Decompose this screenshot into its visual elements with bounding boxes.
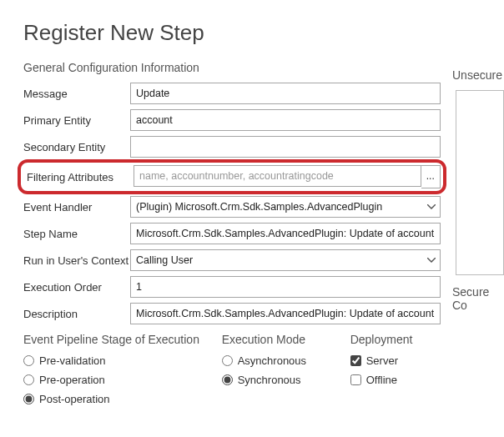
- radio-post-operation[interactable]: Post-operation: [23, 393, 200, 405]
- section-pipeline-stage: Event Pipeline Stage of Execution: [23, 333, 200, 346]
- checkbox-server[interactable]: Server: [350, 354, 441, 367]
- label-execution-order: Execution Order: [23, 278, 130, 297]
- label-message: Message: [23, 84, 130, 103]
- radio-pre-validation[interactable]: Pre-validation: [23, 354, 200, 367]
- radio-asynchronous[interactable]: Asynchronous: [222, 354, 329, 367]
- section-general-config: General Configuration Information: [23, 61, 494, 74]
- filtering-attributes-input[interactable]: [134, 165, 421, 187]
- label-filtering-attributes: Filtering Attributes: [23, 168, 134, 187]
- message-input[interactable]: [130, 83, 441, 104]
- label-step-name: Step Name: [23, 224, 130, 244]
- section-execution-mode: Execution Mode: [222, 333, 329, 346]
- label-secondary-entity: Secondary Entity: [23, 138, 130, 157]
- filtering-attributes-highlight: Filtering Attributes ...: [20, 162, 444, 192]
- label-primary-entity: Primary Entity: [23, 111, 130, 130]
- radio-post-operation-label: Post-operation: [39, 393, 110, 405]
- radio-synchronous-label: Synchronous: [238, 374, 301, 386]
- radio-pre-operation[interactable]: Pre-operation: [23, 374, 200, 386]
- event-handler-select[interactable]: [130, 196, 441, 218]
- execution-order-input[interactable]: [130, 276, 441, 298]
- radio-pre-operation-label: Pre-operation: [39, 374, 105, 386]
- radio-synchronous[interactable]: Synchronous: [222, 374, 329, 386]
- run-context-select[interactable]: [130, 249, 441, 271]
- checkbox-offline-label: Offline: [366, 374, 397, 386]
- page-title: Register New Step: [23, 20, 494, 46]
- unsecure-textarea[interactable]: [456, 90, 504, 275]
- secure-panel-label: Secure Co: [452, 285, 504, 312]
- checkbox-server-label: Server: [366, 354, 398, 367]
- filtering-attributes-browse-button[interactable]: ...: [421, 165, 441, 188]
- step-name-input[interactable]: [130, 223, 441, 244]
- label-event-handler: Event Handler: [23, 198, 130, 217]
- section-deployment: Deployment: [350, 333, 441, 346]
- label-description: Description: [23, 304, 130, 324]
- label-run-context: Run in User's Context: [23, 251, 130, 270]
- primary-entity-input[interactable]: [130, 109, 441, 131]
- unsecure-panel-label: Unsecure: [452, 68, 504, 82]
- radio-pre-validation-label: Pre-validation: [39, 354, 106, 367]
- checkbox-offline[interactable]: Offline: [350, 374, 441, 386]
- radio-asynchronous-label: Asynchronous: [238, 354, 306, 367]
- secondary-entity-input[interactable]: [130, 136, 441, 158]
- description-input[interactable]: [130, 303, 441, 324]
